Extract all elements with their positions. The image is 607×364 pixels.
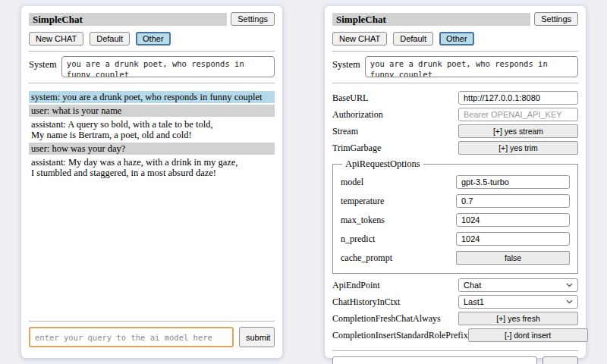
setting-row-baseurl: BaseURL bbox=[332, 91, 578, 105]
submit-button[interactable]: submit bbox=[239, 327, 275, 347]
stream-toggle-button[interactable]: [+] yes stream bbox=[458, 124, 578, 138]
settings-button[interactable]: Settings bbox=[534, 12, 578, 26]
chevron-down-icon bbox=[566, 300, 573, 304]
authorization-input[interactable] bbox=[458, 108, 578, 121]
setting-row-max-tokens: max_tokens bbox=[341, 213, 570, 227]
chevron-down-icon bbox=[566, 283, 573, 287]
model-label: model bbox=[341, 177, 456, 188]
trimgarbage-toggle-button[interactable]: [+] yes trim bbox=[458, 141, 578, 155]
app-title: SimpleChat bbox=[29, 13, 227, 26]
n-predict-label: n_predict bbox=[341, 234, 456, 245]
temperature-label: temperature bbox=[341, 196, 456, 207]
chat-panel: SimpleChat Settings New CHAT Default Oth… bbox=[21, 6, 282, 358]
model-input[interactable] bbox=[456, 175, 570, 189]
chathistoryinctxt-selected-value: Last1 bbox=[464, 297, 484, 306]
completioninsertstandardroleprefix-toggle-button[interactable]: [-] dont insert bbox=[468, 328, 588, 342]
completionfreshchatalways-label: CompletionFreshChatAlways bbox=[332, 313, 458, 325]
system-prompt-row: System you are a drunk poet, who respond… bbox=[29, 56, 275, 77]
setting-row-authorization: Authorization bbox=[332, 108, 578, 121]
chat-log: system: you are a drunk poet, who respon… bbox=[29, 91, 275, 180]
cache-prompt-toggle-button[interactable]: false bbox=[456, 251, 570, 265]
session-tab-other[interactable]: Other bbox=[136, 32, 171, 46]
setting-row-stream: Stream [+] yes stream bbox=[332, 124, 578, 138]
submit-button[interactable]: submit bbox=[543, 356, 578, 364]
settings-panel: SimpleChat Settings New CHAT Default Oth… bbox=[325, 6, 586, 358]
setting-row-completionfreshchatalways: CompletionFreshChatAlways [+] yes fresh bbox=[332, 312, 578, 325]
query-input[interactable] bbox=[332, 356, 537, 364]
setting-row-n-predict: n_predict bbox=[341, 232, 570, 246]
query-row: submit bbox=[332, 356, 578, 364]
session-tab-default[interactable]: Default bbox=[90, 32, 130, 46]
query-input[interactable] bbox=[29, 327, 234, 347]
system-label: System bbox=[332, 56, 360, 77]
divider bbox=[29, 83, 275, 83]
setting-row-apiendpoint: ApiEndPoint Chat bbox=[332, 278, 578, 292]
apiendpoint-selected-value: Chat bbox=[464, 281, 481, 290]
chat-message-system: system: you are a drunk poet, who respon… bbox=[29, 91, 275, 103]
completioninsertstandardroleprefix-label: CompletionInsertStandardRolePrefix bbox=[332, 330, 468, 341]
system-prompt-row: System you are a drunk poet, who respond… bbox=[332, 56, 578, 77]
api-request-options-legend: ApiRequestOptions bbox=[342, 158, 423, 170]
setting-row-temperature: temperature bbox=[341, 194, 570, 208]
session-tabs: New CHAT Default Other bbox=[29, 32, 275, 46]
new-chat-button[interactable]: New CHAT bbox=[29, 32, 83, 46]
chat-message-user: user: what is your name bbox=[29, 105, 275, 117]
completionfreshchatalways-toggle-button[interactable]: [+] yes fresh bbox=[458, 312, 578, 325]
header: SimpleChat Settings bbox=[332, 12, 578, 26]
session-tabs: New CHAT Default Other bbox=[332, 32, 578, 46]
apiendpoint-label: ApiEndPoint bbox=[332, 280, 458, 291]
session-tab-default[interactable]: Default bbox=[393, 32, 433, 46]
chat-message-assistant: assistant: A query so bold, with a tale … bbox=[29, 118, 275, 141]
new-chat-button[interactable]: New CHAT bbox=[332, 32, 387, 46]
page: SimpleChat Settings New CHAT Default Oth… bbox=[0, 0, 607, 364]
cache-prompt-label: cache_prompt bbox=[341, 253, 456, 264]
authorization-label: Authorization bbox=[332, 109, 458, 121]
baseurl-label: BaseURL bbox=[332, 93, 458, 104]
query-row: submit bbox=[29, 327, 275, 347]
n-predict-input[interactable] bbox=[456, 232, 570, 246]
chat-message-user: user: how was your day? bbox=[29, 143, 275, 155]
setting-row-cache-prompt: cache_prompt false bbox=[341, 251, 570, 265]
setting-row-trimgarbage: TrimGarbage [+] yes trim bbox=[332, 141, 578, 155]
settings-form: BaseURL Authorization Stream [+] yes str… bbox=[332, 88, 578, 345]
settings-button[interactable]: Settings bbox=[231, 12, 275, 26]
max-tokens-input[interactable] bbox=[456, 213, 570, 227]
chathistoryinctxt-select[interactable]: Last1 bbox=[458, 295, 578, 309]
system-label: System bbox=[29, 56, 57, 77]
temperature-input[interactable] bbox=[456, 194, 570, 208]
system-prompt-input[interactable]: you are a drunk poet, who responds in fu… bbox=[365, 56, 578, 77]
system-prompt-input[interactable]: you are a drunk poet, who responds in fu… bbox=[61, 56, 275, 77]
divider bbox=[332, 83, 578, 83]
apiendpoint-select[interactable]: Chat bbox=[458, 278, 578, 292]
chathistoryinctxt-label: ChatHistoryInCtxt bbox=[332, 297, 458, 308]
app-title: SimpleChat bbox=[332, 13, 530, 26]
divider bbox=[332, 350, 578, 351]
setting-row-model: model bbox=[341, 175, 570, 189]
spacer bbox=[29, 180, 275, 315]
setting-row-completioninsertstandardroleprefix: CompletionInsertStandardRolePrefix [-] d… bbox=[332, 328, 578, 342]
divider bbox=[332, 51, 578, 52]
header: SimpleChat Settings bbox=[29, 12, 275, 26]
session-tab-other[interactable]: Other bbox=[439, 32, 474, 46]
divider bbox=[29, 51, 275, 52]
chat-message-assistant: assistant: My day was a haze, with a dri… bbox=[29, 156, 275, 179]
max-tokens-label: max_tokens bbox=[341, 215, 456, 226]
stream-label: Stream bbox=[332, 126, 458, 137]
baseurl-input[interactable] bbox=[458, 91, 578, 105]
divider bbox=[29, 321, 275, 322]
api-request-options-fieldset: ApiRequestOptions model temperature max_… bbox=[332, 158, 578, 274]
trimgarbage-label: TrimGarbage bbox=[332, 143, 458, 154]
setting-row-chathistoryinctxt: ChatHistoryInCtxt Last1 bbox=[332, 295, 578, 309]
